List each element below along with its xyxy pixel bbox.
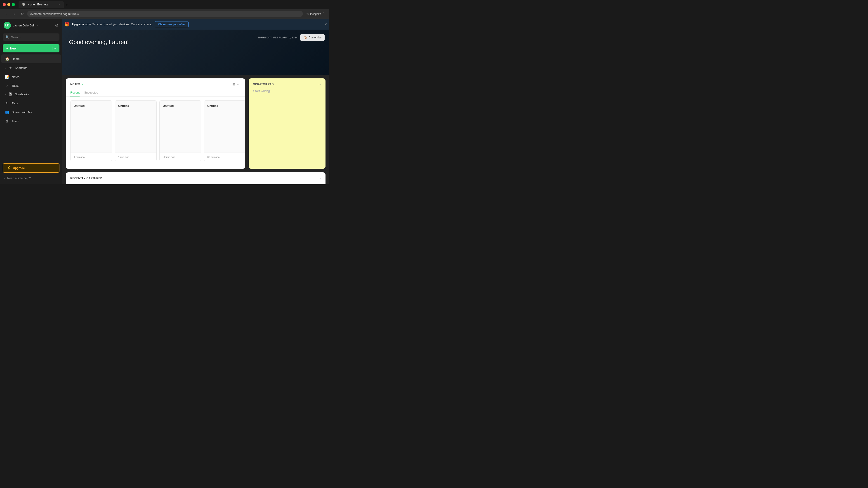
note-time: 1 min ago bbox=[118, 156, 129, 158]
gift-icon: 🎁 bbox=[64, 22, 69, 27]
banner-text: Upgrade now. Sync across all your device… bbox=[72, 23, 152, 26]
scratch-pad-widget: SCRATCH PAD ⋯ Start writing... bbox=[249, 78, 326, 169]
sidebar-item-label: Shortcuts bbox=[15, 66, 27, 70]
sidebar-item-label: Trash bbox=[12, 120, 19, 123]
sidebar-item-label: Notebooks bbox=[15, 93, 29, 96]
browser-chrome: 🐘 Home - Evernote × + ← → ↻ evernote.com… bbox=[0, 0, 329, 19]
new-dropdown-icon[interactable]: ▾ bbox=[52, 46, 56, 50]
scratch-pad-title: SCRATCH PAD bbox=[253, 83, 274, 86]
sidebar-item-label: Notes bbox=[12, 75, 20, 78]
new-button[interactable]: + New ▾ bbox=[3, 44, 59, 53]
sidebar-item-label: Tasks bbox=[12, 84, 19, 88]
win-maximize-btn[interactable] bbox=[12, 3, 15, 6]
browser-menu-btn[interactable]: ⋮ bbox=[320, 11, 327, 17]
notes-menu-icon[interactable]: ⋯ bbox=[237, 82, 241, 86]
claim-offer-button[interactable]: Claim now your offer bbox=[155, 21, 188, 27]
sidebar-item-notebooks[interactable]: › 📓 Notebooks bbox=[1, 90, 61, 99]
scratch-area[interactable]: Start writing... bbox=[249, 89, 326, 168]
note-time: 22 min ago bbox=[163, 156, 175, 158]
sidebar-item-tasks[interactable]: ✓ Tasks bbox=[1, 82, 61, 90]
avatar: LD bbox=[4, 22, 11, 29]
customize-button[interactable]: 🏠 Customize bbox=[300, 34, 324, 41]
note-time: 1 min ago bbox=[74, 156, 85, 158]
help-item[interactable]: ? Need a little help? bbox=[3, 174, 59, 182]
tab-close-btn[interactable]: × bbox=[58, 3, 60, 6]
sidebar-item-notes[interactable]: 📝 Notes bbox=[1, 72, 61, 81]
note-card-1[interactable]: Untitled 1 min ago bbox=[70, 100, 112, 161]
tab-suggested[interactable]: Suggested bbox=[84, 89, 98, 96]
tags-icon: 🏷 bbox=[5, 101, 9, 105]
note-title: Untitled bbox=[207, 104, 218, 107]
note-card-2[interactable]: Untitled 1 min ago bbox=[115, 100, 157, 161]
captured-tab-documents[interactable]: Documents bbox=[102, 183, 117, 184]
tab-recent[interactable]: Recent bbox=[70, 89, 80, 96]
notes-icon: 📝 bbox=[5, 75, 9, 79]
note-card-4[interactable]: Untitled 37 min ago bbox=[204, 100, 245, 161]
notes-widget: NOTES › ⊞ ⋯ Recent Suggested bbox=[66, 78, 245, 169]
upgrade-icon: ⚡ bbox=[6, 166, 11, 170]
chevron-right-icon: › bbox=[5, 93, 6, 96]
chevron-right-icon: › bbox=[5, 67, 6, 69]
sidebar-item-trash[interactable]: 🗑 Trash bbox=[1, 117, 61, 125]
tasks-icon: ✓ bbox=[5, 84, 9, 88]
active-tab[interactable]: 🐘 Home - Evernote × bbox=[19, 1, 64, 8]
sidebar-item-shortcuts[interactable]: › ★ Shortcuts bbox=[1, 64, 61, 72]
win-minimize-btn[interactable] bbox=[7, 3, 10, 6]
shortcuts-icon: ★ bbox=[8, 66, 13, 70]
scratch-placeholder: Start writing... bbox=[253, 89, 273, 93]
settings-btn[interactable]: ⚙ bbox=[55, 23, 59, 28]
note-card-3[interactable]: Untitled 22 min ago bbox=[159, 100, 201, 161]
forward-btn[interactable]: → bbox=[11, 11, 17, 17]
sidebar-item-label: Tags bbox=[12, 102, 18, 105]
sidebar-item-tags[interactable]: 🏷 Tags bbox=[1, 99, 61, 107]
search-placeholder: Search bbox=[11, 35, 20, 39]
sidebar: LD Lauren Dale Deli ▾ ⚙ 🔍 Search + New ▾… bbox=[0, 19, 62, 184]
note-time: 37 min ago bbox=[207, 156, 219, 158]
help-label: Need a little help? bbox=[7, 176, 31, 180]
notebooks-icon: 📓 bbox=[8, 92, 13, 96]
upgrade-banner: 🎁 Upgrade now. Sync across all your devi… bbox=[62, 19, 329, 30]
upgrade-label: Upgrade bbox=[13, 166, 25, 170]
incognito-label: Incognito bbox=[312, 11, 319, 17]
customize-icon: 🏠 bbox=[303, 36, 307, 39]
captured-tab-audio[interactable]: Audio bbox=[122, 183, 129, 184]
main-content: 🎁 Upgrade now. Sync across all your devi… bbox=[62, 19, 329, 184]
new-plus-icon: + bbox=[6, 46, 8, 50]
home-icon: 🏠 bbox=[5, 57, 9, 61]
captured-tab-webclips[interactable]: Web Clips bbox=[70, 183, 84, 184]
win-close-btn[interactable] bbox=[3, 3, 6, 6]
user-name: Lauren Dale Deli bbox=[13, 24, 35, 27]
refresh-btn[interactable]: ↻ bbox=[19, 11, 25, 17]
upgrade-button[interactable]: ⚡ Upgrade bbox=[3, 163, 59, 173]
notes-sort-icon[interactable]: ⊞ bbox=[232, 83, 235, 86]
new-tab-btn[interactable]: + bbox=[64, 2, 70, 8]
note-title: Untitled bbox=[74, 104, 85, 107]
address-bar[interactable]: evernote.com/client/web?login=true#/ bbox=[27, 11, 303, 17]
home-hero: Good evening, Lauren! THURSDAY, FEBRUARY… bbox=[62, 30, 329, 75]
sidebar-item-home[interactable]: 🏠 Home bbox=[1, 55, 61, 63]
sidebar-item-label: Home bbox=[12, 57, 20, 61]
sidebar-item-label: Shared with Me bbox=[12, 110, 32, 114]
user-profile[interactable]: LD Lauren Dale Deli ▾ bbox=[4, 22, 38, 29]
captured-tab-images[interactable]: Images bbox=[88, 183, 98, 184]
tab-title: Home - Evernote bbox=[28, 3, 57, 6]
customize-label: Customize bbox=[309, 36, 321, 39]
captured-tab-emails[interactable]: Emails bbox=[134, 183, 143, 184]
back-btn[interactable]: ← bbox=[3, 11, 9, 17]
banner-close-icon[interactable]: × bbox=[325, 22, 327, 26]
note-title: Untitled bbox=[118, 104, 129, 107]
sidebar-item-shared[interactable]: 👥 Shared with Me bbox=[1, 108, 61, 117]
recently-captured-widget: RECENTLY CAPTURED ⋯ Web Clips Images Doc… bbox=[66, 172, 326, 184]
recently-captured-title: RECENTLY CAPTURED bbox=[70, 177, 102, 180]
note-title: Untitled bbox=[163, 104, 174, 107]
date-display: THURSDAY, FEBRUARY 1, 2024 bbox=[258, 36, 298, 39]
scratch-pad-menu-icon[interactable]: ⋯ bbox=[317, 82, 321, 86]
search-bar[interactable]: 🔍 Search bbox=[3, 33, 59, 41]
notes-title-arrow-icon[interactable]: › bbox=[82, 82, 83, 86]
search-icon: 🔍 bbox=[5, 35, 9, 39]
home-scroll-area: Good evening, Lauren! THURSDAY, FEBRUARY… bbox=[62, 30, 329, 184]
recently-captured-menu-icon[interactable]: ⋯ bbox=[317, 176, 321, 180]
shared-icon: 👥 bbox=[5, 110, 9, 114]
window-controls bbox=[3, 3, 15, 6]
trash-icon: 🗑 bbox=[5, 119, 9, 123]
